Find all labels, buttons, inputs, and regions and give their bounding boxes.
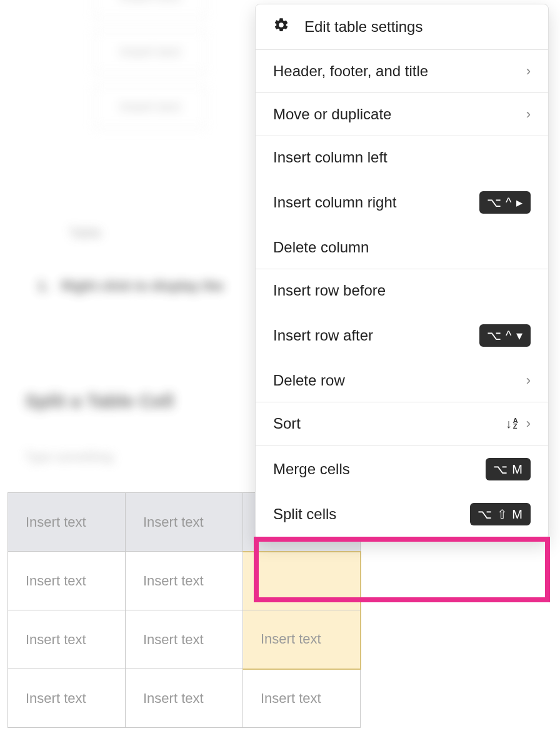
- table-cell[interactable]: Insert text: [8, 669, 126, 728]
- bg-line: 1.Right click to display the: [38, 278, 224, 294]
- table-cell[interactable]: Insert text: [243, 669, 361, 728]
- table-cell[interactable]: Insert text: [8, 610, 126, 669]
- chevron-right-icon: ›: [526, 63, 531, 79]
- keyboard-shortcut: ⌥ ^ ▾: [479, 324, 531, 347]
- menu-label: Insert column left: [273, 149, 388, 166]
- menu-insert-row-after[interactable]: Insert row after ⌥ ^ ▾: [256, 312, 548, 359]
- keyboard-shortcut: ⌥ ⇧ M: [470, 503, 531, 525]
- menu-label: Insert row before: [273, 282, 386, 299]
- menu-delete-column[interactable]: Delete column: [256, 226, 548, 269]
- bg-cell: Insert text: [94, 0, 206, 19]
- menu-header-footer-title[interactable]: Header, footer, and title ›: [256, 50, 548, 92]
- bg-cell: Insert text: [94, 85, 206, 129]
- table-header-cell[interactable]: Insert text: [8, 493, 126, 552]
- table-cell-selected[interactable]: [243, 552, 361, 610]
- chevron-right-icon: ›: [526, 415, 531, 432]
- menu-move-duplicate[interactable]: Move or duplicate ›: [256, 93, 548, 136]
- bg-heading: Split a Table Cell: [25, 390, 174, 412]
- keyboard-shortcut: ⌥ M: [486, 458, 531, 480]
- table-cell[interactable]: Insert text: [126, 552, 243, 610]
- menu-split-cells[interactable]: Split cells ⌥ ⇧ M: [256, 493, 548, 539]
- bg-caption: Table: [69, 225, 102, 241]
- menu-label: Edit table settings: [304, 18, 422, 36]
- table-context-menu: Edit table settings Header, footer, and …: [255, 4, 549, 540]
- keyboard-shortcut: ⌥ ^ ▸: [479, 191, 531, 214]
- menu-label: Header, footer, and title: [273, 62, 428, 80]
- menu-label: Insert column right: [273, 194, 396, 211]
- menu-insert-column-left[interactable]: Insert column left: [256, 136, 548, 179]
- table-cell[interactable]: Insert text: [126, 669, 243, 728]
- menu-insert-row-before[interactable]: Insert row before: [256, 269, 548, 312]
- menu-label: Split cells: [273, 505, 336, 523]
- menu-label: Move or duplicate: [273, 106, 391, 123]
- table-cell-selected[interactable]: Insert text: [243, 610, 361, 669]
- menu-label: Delete column: [273, 239, 369, 256]
- table-cell[interactable]: Insert text: [8, 552, 126, 610]
- chevron-right-icon: ›: [526, 372, 531, 389]
- menu-insert-column-right[interactable]: Insert column right ⌥ ^ ▸: [256, 179, 548, 226]
- gear-icon: [273, 17, 289, 37]
- menu-edit-table-settings[interactable]: Edit table settings: [256, 4, 548, 49]
- menu-merge-cells[interactable]: Merge cells ⌥ M: [256, 445, 548, 493]
- menu-label: Delete row: [273, 372, 345, 389]
- sort-az-icon: ↓AZ: [506, 417, 518, 431]
- table-cell[interactable]: Insert text: [126, 610, 243, 669]
- menu-label: Merge cells: [273, 460, 350, 478]
- menu-label: Insert row after: [273, 327, 373, 344]
- menu-delete-row[interactable]: Delete row ›: [256, 359, 548, 402]
- chevron-right-icon: ›: [526, 106, 531, 122]
- menu-label: Sort: [273, 415, 301, 432]
- bg-subtext: Type something: [25, 450, 113, 464]
- menu-sort[interactable]: Sort ↓AZ ›: [256, 402, 548, 445]
- table-header-cell[interactable]: Insert text: [126, 493, 243, 552]
- bg-cell: Insert text: [94, 30, 206, 74]
